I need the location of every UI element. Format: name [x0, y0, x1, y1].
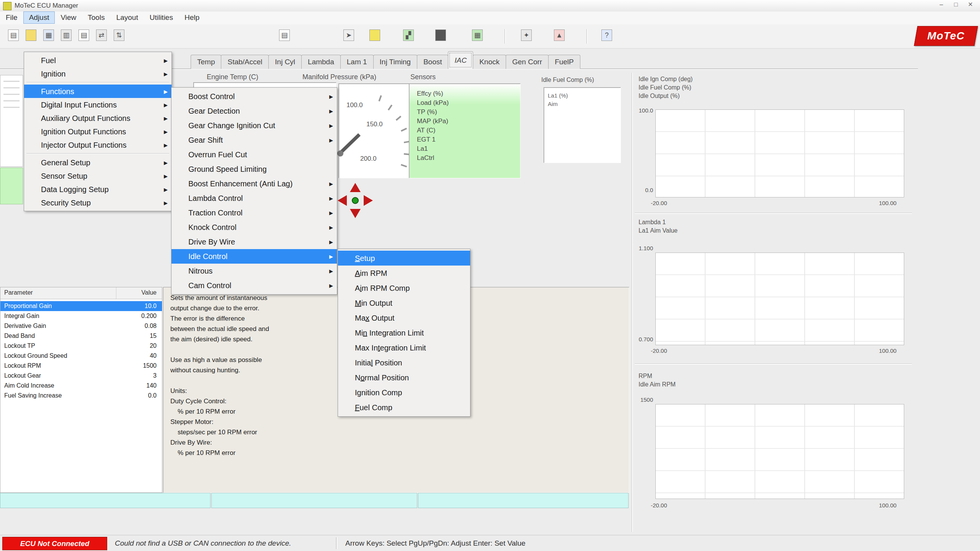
menu-item-functions[interactable]: Functions▶ [24, 85, 172, 98]
menu-item-ignition[interactable]: Ignition▶ [24, 67, 172, 80]
minimize-button[interactable]: – [934, 1, 949, 8]
menubar-item-tools[interactable]: Tools [82, 11, 110, 24]
menu-item-ignition-comp[interactable]: Ignition Comp [338, 385, 470, 400]
menu-item-digital-input-functions[interactable]: Digital Input Functions▶ [24, 98, 172, 111]
print-button[interactable]: ▥ [57, 28, 75, 46]
tab-stab-accel[interactable]: Stab/Accel [221, 55, 269, 69]
sphere-button[interactable]: ◐ [432, 28, 449, 46]
tab-temp[interactable]: Temp [191, 55, 221, 69]
send-to-ecu-button[interactable]: ⇄ [93, 28, 110, 46]
pointer-button[interactable]: ➤ [340, 28, 358, 46]
open-file-button[interactable] [22, 28, 40, 46]
menu-item-label: Setup [355, 254, 375, 262]
menu-item-nitrous[interactable]: Nitrous▶ [172, 264, 337, 278]
menu-item-cam-control[interactable]: Cam Control▶ [172, 278, 337, 293]
tab-lambda[interactable]: Lambda [301, 55, 341, 69]
tab-fuelp[interactable]: FuelP [548, 55, 580, 69]
status-bar: ECU Not Connected Could not find a USB o… [0, 535, 980, 551]
menu-item-boost-enhancement-anti-lag[interactable]: Boost Enhancement (Anti Lag)▶ [172, 176, 337, 191]
menu-item-ground-speed-limiting[interactable]: Ground Speed Limiting [172, 162, 337, 176]
gauge-tick-label: 100.0 [346, 101, 363, 109]
parameter-row-dead-band[interactable]: Dead Band15 [0, 331, 162, 341]
doc-button[interactable]: ▤ [276, 28, 293, 46]
menu-item-fuel[interactable]: Fuel▶ [24, 54, 172, 67]
copy-button[interactable]: ▤ [75, 28, 93, 46]
parameter-value: 15 [150, 333, 157, 339]
menu-item-general-setup[interactable]: General Setup▶ [24, 156, 172, 169]
menu-item-security-setup[interactable]: Security Setup▶ [24, 196, 172, 209]
menu-item-idle-control[interactable]: Idle Control▶ [172, 249, 337, 264]
menu-item-max-output[interactable]: Max Output [338, 310, 470, 325]
menu-item-min-output[interactable]: Min Output [338, 295, 470, 310]
get-from-ecu-button[interactable]: ⇅ [110, 28, 128, 46]
parameter-row-aim-cold-increase[interactable]: Aim Cold Increase140 [0, 381, 162, 391]
menubar-item-layout[interactable]: Layout [111, 11, 144, 24]
tab-inj-cyl[interactable]: Inj Cyl [268, 55, 302, 69]
tab-lam-1[interactable]: Lam 1 [340, 55, 374, 69]
parameter-row-derivative-gain[interactable]: Derivative Gain0.08 [0, 321, 162, 331]
chart-x-min-tick: -20.00 [651, 347, 667, 354]
wrench-button[interactable]: ✦ [518, 28, 535, 46]
chart-trace-labels: Lambda 1 La1 Aim Value [639, 218, 678, 235]
note-button[interactable] [366, 28, 384, 46]
tab-gen-corr[interactable]: Gen Corr [506, 55, 549, 69]
menu-item-gear-detection[interactable]: Gear Detection▶ [172, 104, 337, 118]
menu-item-lambda-control[interactable]: Lambda Control▶ [172, 191, 337, 205]
graph-button[interactable]: ▲ [550, 28, 568, 46]
parameter-row-lockout-tp[interactable]: Lockout TP20 [0, 341, 162, 351]
menu-item-sensor-setup[interactable]: Sensor Setup▶ [24, 169, 172, 183]
parameter-column-header: Parameter [4, 289, 33, 296]
menu-item-overrun-fuel-cut[interactable]: Overrun Fuel Cut [172, 147, 337, 162]
parameter-row-proportional-gain[interactable]: Proportional Gain10.0 [0, 301, 162, 311]
menu-item-aim-rpm-comp[interactable]: Aim RPM Comp [338, 280, 470, 295]
menu-item-boost-control[interactable]: Boost Control▶ [172, 89, 337, 104]
parameter-row-lockout-rpm[interactable]: Lockout RPM1500 [0, 361, 162, 371]
menu-item-injector-output-functions[interactable]: Injector Output Functions▶ [24, 138, 172, 152]
menu-item-min-integration-limit[interactable]: Min Integration Limit [338, 325, 470, 340]
help-button[interactable]: ? [598, 28, 616, 46]
menu-item-data-logging-setup[interactable]: Data Logging Setup▶ [24, 183, 172, 196]
maximize-button[interactable]: □ [949, 1, 963, 8]
menubar-item-utilities[interactable]: Utilities [144, 11, 179, 24]
menubar-item-view[interactable]: View [55, 11, 82, 24]
menu-item-traction-control[interactable]: Traction Control▶ [172, 205, 337, 220]
save-file-button[interactable]: ▦ [40, 28, 57, 46]
parameter-row-lockout-ground-speed[interactable]: Lockout Ground Speed40 [0, 351, 162, 361]
menu-item-auxiliary-output-functions[interactable]: Auxiliary Output Functions▶ [24, 111, 172, 125]
menu-item-normal-position[interactable]: Normal Position [338, 370, 470, 385]
tab-iac[interactable]: IAC [448, 51, 473, 69]
menu-item-initial-position[interactable]: Initial Position [338, 355, 470, 370]
tab-boost[interactable]: Boost [417, 55, 449, 69]
menu-item-max-integration-limit[interactable]: Max Integration Limit [338, 340, 470, 355]
gauge-tick [378, 95, 382, 101]
menubar-item-adjust[interactable]: Adjust [23, 11, 55, 24]
menu-item-setup[interactable]: Setup [338, 251, 470, 266]
close-button[interactable]: ✕ [963, 1, 978, 8]
chart-icon: ▞ [403, 29, 414, 41]
table-icon: ▦ [472, 29, 483, 41]
submenu-arrow-icon: ▶ [329, 210, 333, 216]
parameter-row-fuel-saving-increase[interactable]: Fuel Saving Increase0.0 [0, 391, 162, 401]
menu-item-gear-shift[interactable]: Gear Shift▶ [172, 133, 337, 147]
menu-item-gear-change-ignition-cut[interactable]: Gear Change Ignition Cut▶ [172, 118, 337, 133]
menu-item-knock-control[interactable]: Knock Control▶ [172, 220, 337, 235]
menu-item-drive-by-wire[interactable]: Drive By Wire▶ [172, 235, 337, 249]
menubar-item-file[interactable]: File [0, 11, 23, 24]
parameter-row-lockout-gear[interactable]: Lockout Gear3 [0, 371, 162, 381]
parameter-row-integral-gain[interactable]: Integral Gain0.200 [0, 311, 162, 321]
submenu-arrow-icon: ▶ [329, 254, 333, 259]
table-button[interactable]: ▦ [469, 28, 486, 46]
menubar-item-help[interactable]: Help [179, 11, 205, 24]
background-green-panel-fragment [0, 168, 23, 204]
submenu-arrow-icon: ▶ [164, 173, 168, 179]
toolbar: ▤▦▥▤⇄⇅▤➤▞◐▦✦▲? [0, 24, 980, 49]
menu-item-fuel-comp[interactable]: Fuel Comp [338, 400, 470, 415]
open-file-icon [26, 29, 36, 41]
menu-item-aim-rpm[interactable]: Aim RPM [338, 266, 470, 280]
menu-item-label: Lambda Control [188, 194, 243, 203]
tab-inj-timing[interactable]: Inj Timing [373, 55, 417, 69]
tab-knock[interactable]: Knock [473, 55, 506, 69]
new-file-button[interactable]: ▤ [5, 28, 22, 46]
chart-button[interactable]: ▞ [400, 28, 417, 46]
menu-item-ignition-output-functions[interactable]: Ignition Output Functions▶ [24, 125, 172, 138]
